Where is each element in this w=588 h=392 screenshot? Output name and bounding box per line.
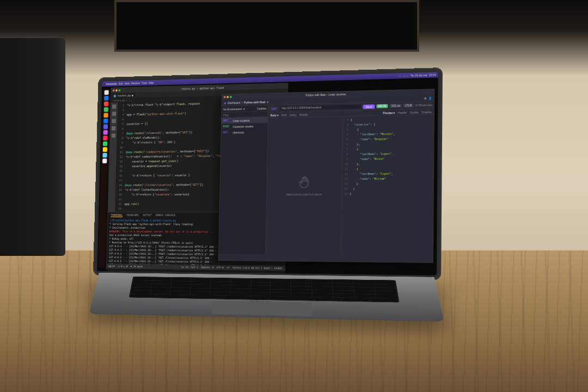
debug-icon[interactable] <box>112 126 115 131</box>
send-button[interactable]: Send <box>363 104 375 109</box>
menubar-status-icons[interactable]: ⋯ ⋯ ⋯ <box>399 74 409 78</box>
keyboard-key <box>251 282 271 285</box>
keyboard-key <box>230 285 250 289</box>
response-meta: 200 OK 3.01 ms 173 B <box>376 103 413 108</box>
traffic-lights[interactable] <box>113 89 120 91</box>
response-tab[interactable]: Header <box>398 111 407 114</box>
photo-scene: Insomnia EditViewWindowToolsHelp ⋯ ⋯ ⋯ T… <box>0 0 588 392</box>
keyboard-key <box>171 281 191 284</box>
panel-tab[interactable]: OUTPUT <box>143 213 152 217</box>
response-json[interactable]: { "usuarios": [ { "lastName": "Morato", … <box>348 115 434 256</box>
vscode-window-title: routes.py — python-api-flask <box>181 86 224 90</box>
keyboard-key <box>250 289 271 292</box>
menubar-item[interactable]: Window <box>131 82 140 85</box>
request-tab[interactable]: Query <box>289 113 296 116</box>
settings-icon[interactable]: ⚙ <box>424 96 426 100</box>
dock-app-icon[interactable] <box>102 153 107 158</box>
statusbar-item[interactable]: main* <box>108 265 115 268</box>
explorer-icon[interactable] <box>112 105 116 109</box>
chevron-down-icon[interactable]: ▾ <box>267 100 268 103</box>
method-selector[interactable]: GET <box>270 106 279 111</box>
statusbar-item[interactable]: Ln 11, Col 1 <box>181 266 198 268</box>
menubar-item[interactable]: View <box>124 82 130 85</box>
maximize-icon[interactable] <box>119 89 121 91</box>
response-tab[interactable]: Cookie <box>410 111 419 114</box>
menubar-item[interactable]: Tools <box>142 81 148 84</box>
dock-app-icon[interactable] <box>103 101 108 106</box>
keyboard-key <box>170 287 190 291</box>
keyboard-key <box>271 286 291 289</box>
statusbar-item[interactable]: ⊘ 0 ⚠ 0 <box>118 265 127 268</box>
laptop-deck: MacBook Pro <box>89 273 444 322</box>
insomnia-logo-icon[interactable]: ◉ <box>224 101 226 105</box>
filter-input[interactable] <box>222 112 268 118</box>
macos-screen: Insomnia EditViewWindowToolsHelp ⋯ ⋯ ⋯ T… <box>97 72 438 275</box>
statusbar-item[interactable]: ✖ 25 mins <box>131 265 143 268</box>
maximize-icon[interactable] <box>230 96 232 98</box>
sidebar-request-item[interactable]: GETolamundo <box>221 128 267 135</box>
keyboard-key <box>152 277 171 280</box>
close-icon[interactable] <box>224 96 226 98</box>
minimize-icon[interactable] <box>115 89 118 91</box>
dock-app-icon[interactable] <box>103 130 107 135</box>
keyboard-key <box>314 297 341 301</box>
account-icon[interactable]: 👤 <box>428 96 432 100</box>
keyboard-key <box>211 281 230 285</box>
dock-app-icon[interactable] <box>103 136 107 140</box>
panel-tab[interactable]: TERMINAL <box>111 213 123 217</box>
dock-app-icon[interactable] <box>103 124 107 129</box>
traffic-lights[interactable] <box>224 96 232 98</box>
panel-tab[interactable]: DEBUG CONSOLE <box>156 213 175 217</box>
dock-app-icon[interactable] <box>102 147 107 152</box>
file-tab-routes[interactable]: ⬤ routes.py ● <box>111 93 136 99</box>
status-badge: 200 OK <box>376 104 388 108</box>
file-tab-label: routes.py <box>118 94 131 97</box>
breadcrumb-home[interactable]: Dashboard <box>228 101 240 104</box>
dock-app-icon[interactable] <box>102 158 107 163</box>
response-ago[interactable]: 11 Minutes Ago <box>415 103 432 107</box>
close-icon[interactable] <box>113 89 115 91</box>
request-name: Listar usuários <box>233 119 250 122</box>
request-tab[interactable]: Body ▾ <box>271 113 279 117</box>
statusbar-item[interactable]: LF <box>226 266 229 269</box>
response-pane: 12345678910111213141516 { "usuarios": [ … <box>341 115 434 256</box>
statusbar-item[interactable]: Spaces: 4 <box>201 266 213 268</box>
keyboard-key <box>171 284 191 287</box>
keyboard-key <box>375 287 396 291</box>
dock-app-icon[interactable] <box>103 119 108 124</box>
source-control-icon[interactable] <box>112 119 115 123</box>
trackpad <box>212 301 312 316</box>
response-tab[interactable]: Preview ▾ <box>383 111 395 115</box>
minimize-icon[interactable] <box>226 96 229 98</box>
cookies-button[interactable]: Cookies <box>257 107 266 110</box>
menubar-item[interactable]: Edit <box>119 82 123 85</box>
keyboard-key <box>271 283 291 286</box>
search-icon[interactable] <box>112 112 116 116</box>
panel-tab[interactable]: PROBLEMS <box>127 213 139 217</box>
keyboard-key <box>354 294 376 298</box>
request-tab[interactable]: Auth <box>281 113 287 117</box>
keyboard-key <box>333 294 354 298</box>
extensions-icon[interactable] <box>112 133 115 138</box>
request-tab[interactable]: Header <box>299 113 308 116</box>
body-hint: Select a body type from above <box>286 193 322 196</box>
dock-app-icon[interactable] <box>103 107 108 112</box>
dock-app-icon[interactable] <box>104 90 108 95</box>
url-input[interactable]: http://127.0.0.1:5000/listar/usuarios <box>280 105 361 110</box>
keyboard-key <box>210 289 230 292</box>
menubar-clock[interactable]: Ter 23 de mar. 22:04 <box>411 73 436 77</box>
keyboard-key <box>333 287 353 290</box>
dock-app-icon[interactable] <box>104 96 108 101</box>
breadcrumb-workspace[interactable]: Python with flask <box>244 100 265 104</box>
response-tab[interactable]: Timeline <box>421 110 432 113</box>
dock-app-icon[interactable] <box>103 142 107 146</box>
menubar-item[interactable]: Help <box>149 81 154 84</box>
dock-app-icon[interactable] <box>103 113 108 118</box>
statusbar-item[interactable]: UTF-8 <box>217 266 224 269</box>
request-body-pane[interactable]: Select a body type from above <box>266 117 343 255</box>
menubar-app-name[interactable]: Insomnia <box>106 82 117 85</box>
keyboard-key <box>354 287 375 290</box>
keyboard-key <box>292 293 313 297</box>
chevron-down-icon[interactable]: ▾ <box>243 107 245 111</box>
statusbar-item[interactable]: Python 3.8.6 64-bit ('base': conda) <box>232 266 283 270</box>
